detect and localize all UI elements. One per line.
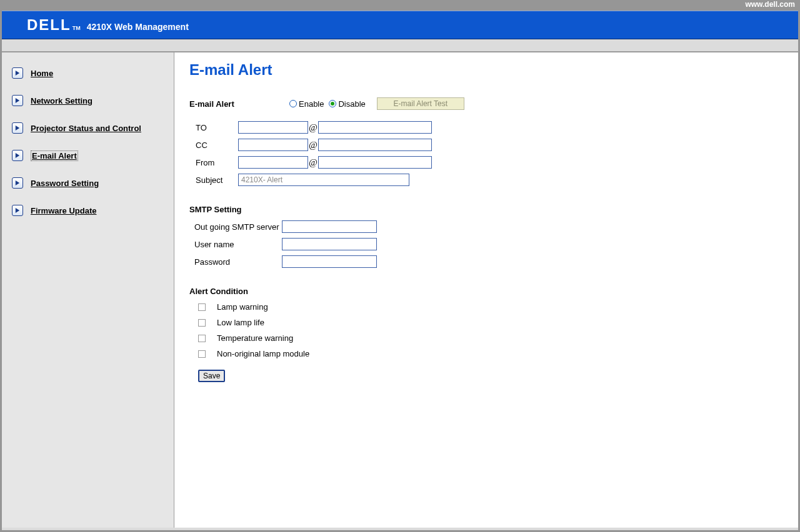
alert-label: Non-original lamp module xyxy=(217,349,309,358)
alert-low-lamp-life-row[interactable]: Low lamp life xyxy=(189,318,783,327)
content-area: Home Network Setting Projector Status an… xyxy=(2,52,798,528)
alert-label: Lamp warning xyxy=(217,302,268,312)
smtp-user-row: User name xyxy=(189,238,783,250)
email-alert-label: E-mail Alert xyxy=(189,99,289,109)
sidebar-item-label: Password Setting xyxy=(31,179,99,188)
play-icon xyxy=(12,177,23,189)
checkbox-icon xyxy=(198,350,206,358)
alert-label: Temperature warning xyxy=(217,333,293,343)
main-panel: E-mail Alert E-mail Alert Enable Disable… xyxy=(174,52,798,528)
from-user-input[interactable] xyxy=(238,156,308,169)
sidebar-item-label: Firmware Update xyxy=(31,206,96,215)
sidebar-item-label: Network Setting xyxy=(31,96,92,106)
smtp-user-input[interactable] xyxy=(282,238,377,250)
smtp-section-title: SMTP Setting xyxy=(189,205,783,214)
from-domain-input[interactable] xyxy=(318,156,432,169)
brand-logo: DELL TM 4210X Web Management xyxy=(27,16,189,34)
alert-lamp-warning-row[interactable]: Lamp warning xyxy=(189,302,783,312)
sidebar: Home Network Setting Projector Status an… xyxy=(2,52,174,528)
sidebar-item-projector-status[interactable]: Projector Status and Control xyxy=(12,122,164,134)
cc-label: CC xyxy=(189,140,238,150)
to-label: TO xyxy=(189,123,238,132)
sidebar-item-password-setting[interactable]: Password Setting xyxy=(12,177,164,189)
alert-non-original-lamp-row[interactable]: Non-original lamp module xyxy=(189,349,783,358)
cc-row: CC @ xyxy=(189,139,783,151)
email-alert-test-button[interactable]: E-mail Alert Test xyxy=(377,97,464,110)
sidebar-item-firmware-update[interactable]: Firmware Update xyxy=(12,205,164,216)
svg-marker-2 xyxy=(16,126,19,131)
smtp-pass-row: Password xyxy=(189,255,783,268)
save-button[interactable]: Save xyxy=(198,370,225,382)
svg-marker-4 xyxy=(16,180,19,185)
cc-user-input[interactable] xyxy=(238,139,308,151)
cc-domain-input[interactable] xyxy=(318,139,432,151)
svg-marker-3 xyxy=(16,153,19,158)
brand-word: DELL xyxy=(27,16,71,34)
brand-subtitle: 4210X Web Management xyxy=(87,22,189,32)
smtp-server-label: Out going SMTP server xyxy=(189,222,282,232)
play-icon xyxy=(12,122,23,134)
at-sign-icon: @ xyxy=(309,157,318,168)
sidebar-item-label: E-mail Alert xyxy=(31,150,78,161)
smtp-server-input[interactable] xyxy=(282,220,377,233)
enable-radio-wrap[interactable]: Enable xyxy=(289,99,324,109)
subject-label: Subject xyxy=(189,175,238,185)
header: DELL TM 4210X Web Management xyxy=(2,11,798,39)
play-icon xyxy=(12,67,23,79)
header-divider-strip xyxy=(2,39,798,52)
sidebar-item-label: Projector Status and Control xyxy=(31,124,141,133)
play-icon xyxy=(12,205,23,216)
from-label: From xyxy=(189,158,238,167)
top-url-strip: www.dell.com xyxy=(2,2,798,11)
smtp-user-label: User name xyxy=(189,240,282,249)
alert-temperature-warning-row[interactable]: Temperature warning xyxy=(189,333,783,343)
alert-label: Low lamp life xyxy=(217,318,264,327)
from-row: From @ xyxy=(189,156,783,169)
to-user-input[interactable] xyxy=(238,121,308,134)
sidebar-item-label: Home xyxy=(31,69,53,78)
disable-label: Disable xyxy=(338,99,365,109)
page-title: E-mail Alert xyxy=(189,61,783,79)
smtp-pass-input[interactable] xyxy=(282,255,377,268)
sidebar-item-email-alert[interactable]: E-mail Alert xyxy=(12,150,164,161)
radio-icon xyxy=(289,100,297,107)
play-icon xyxy=(12,150,23,161)
alert-condition-title: Alert Condition xyxy=(189,287,783,296)
to-domain-input[interactable] xyxy=(318,121,432,134)
at-sign-icon: @ xyxy=(309,140,318,150)
svg-marker-1 xyxy=(16,98,19,103)
smtp-server-row: Out going SMTP server xyxy=(189,220,783,233)
radio-icon xyxy=(329,100,336,107)
svg-marker-0 xyxy=(16,71,19,76)
sidebar-item-network-setting[interactable]: Network Setting xyxy=(12,95,164,106)
enable-label: Enable xyxy=(299,99,324,109)
checkbox-icon xyxy=(198,319,206,327)
smtp-pass-label: Password xyxy=(189,257,282,267)
disable-radio-wrap[interactable]: Disable xyxy=(329,99,365,109)
play-icon xyxy=(12,95,23,106)
subject-row: Subject xyxy=(189,174,783,186)
sidebar-item-home[interactable]: Home xyxy=(12,67,164,79)
at-sign-icon: @ xyxy=(309,122,318,133)
checkbox-icon xyxy=(198,335,206,342)
to-row: TO @ xyxy=(189,121,783,134)
top-url[interactable]: www.dell.com xyxy=(745,0,795,10)
subject-input[interactable] xyxy=(238,174,409,186)
brand-tm: TM xyxy=(72,25,81,31)
app-frame: www.dell.com DELL TM 4210X Web Managemen… xyxy=(0,0,800,532)
email-alert-toggle-row: E-mail Alert Enable Disable E-mail Alert… xyxy=(189,97,783,110)
svg-marker-5 xyxy=(16,208,19,213)
checkbox-icon xyxy=(198,303,206,311)
